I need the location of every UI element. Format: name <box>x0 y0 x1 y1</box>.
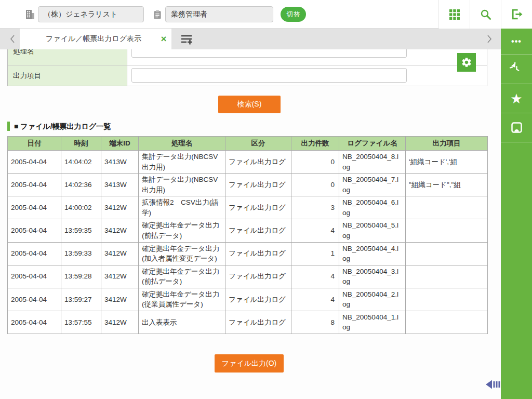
table-row[interactable]: 2005-04-04 14:04:02 3413W 集計データ出力(NBCSV出… <box>8 151 488 174</box>
cell-count: 0 <box>291 151 339 174</box>
col-header-time: 時刻 <box>61 137 101 151</box>
cell-items <box>406 288 488 311</box>
output-items-label: 出力項目 <box>13 71 41 81</box>
role-field[interactable] <box>165 6 273 22</box>
cell-logfile: NB_20050404_6.log <box>339 196 406 219</box>
table-row[interactable]: 2005-04-04 13:59:28 3412W 確定拠出年金データ出力(前払… <box>8 265 488 288</box>
logout-button[interactable] <box>501 0 532 29</box>
settings-gear-icon <box>461 57 472 68</box>
cell-logfile: NB_20050404_3.log <box>339 265 406 288</box>
switch-button[interactable]: 切替 <box>281 7 306 22</box>
cell-time: 13:59:28 <box>61 265 101 288</box>
add-tab-button[interactable] <box>176 29 197 49</box>
cell-items: '組織コード','組 <box>406 151 488 174</box>
memo-icon <box>510 121 524 135</box>
cell-process: 確定拠出年金データ出力(加入者属性変更データ) <box>139 242 225 265</box>
process-name-input[interactable] <box>131 49 407 58</box>
more-menu-button[interactable]: ••• <box>501 29 532 55</box>
cell-category: ファイル出力ログ <box>225 242 291 265</box>
clipboard-icon <box>152 8 163 21</box>
tabs-scroll-right-button[interactable] <box>482 29 497 49</box>
col-header-log-file-name: ログファイル名 <box>339 137 406 151</box>
log-list-title: ■ ファイル/帳票出力ログ一覧 <box>7 122 111 131</box>
col-header-output-count: 出力件数 <box>291 137 339 151</box>
search-form: 処理名 出力項目 <box>7 49 487 86</box>
cell-count: 3 <box>291 196 339 219</box>
table-row[interactable]: 2005-04-04 13:57:55 3412W 出入表表示 ファイル出力ログ… <box>8 311 488 334</box>
history-icon <box>510 62 524 76</box>
col-header-date: 日付 <box>8 137 61 151</box>
table-row[interactable]: 2005-04-04 13:59:35 3412W 確定拠出年金データ出力(前払… <box>8 219 488 242</box>
cell-items <box>406 242 488 265</box>
tab-file-log-display[interactable]: ファイル／帳票出力ログ表示 × <box>20 29 171 49</box>
cell-items <box>406 196 488 219</box>
cell-logfile: NB_20050404_7.log <box>339 174 406 196</box>
cell-time: 13:57:55 <box>61 311 101 334</box>
company-field[interactable] <box>38 6 144 22</box>
cell-count: 0 <box>291 174 339 196</box>
chevron-right-icon <box>486 34 493 44</box>
cell-terminal: 3412W <box>101 311 139 334</box>
cell-category: ファイル出力ログ <box>225 196 291 219</box>
cell-category: ファイル出力ログ <box>225 174 291 196</box>
cell-category: ファイル出力ログ <box>225 288 291 311</box>
output-items-input[interactable] <box>131 68 407 83</box>
search-submit-button[interactable]: 検索(S) <box>218 96 281 113</box>
cell-logfile: NB_20050404_1.log <box>339 311 406 334</box>
memo-button[interactable] <box>501 113 532 142</box>
cell-terminal: 3413W <box>101 174 139 196</box>
collapse-sidebar-button[interactable] <box>485 378 501 391</box>
cell-count: 4 <box>291 288 339 311</box>
table-row[interactable]: 2005-04-04 14:00:02 3412W 拡張情報2 CSV出力(語学… <box>8 196 488 219</box>
table-row[interactable]: 2005-04-04 13:59:33 3412W 確定拠出年金データ出力(加入… <box>8 242 488 265</box>
col-header-output-items: 出力項目 <box>406 137 488 151</box>
cell-category: ファイル出力ログ <box>225 265 291 288</box>
favorites-button[interactable]: ★ <box>501 84 532 113</box>
cell-logfile: NB_20050404_8.log <box>339 151 406 174</box>
cell-terminal: 3412W <box>101 288 139 311</box>
cell-process: 集計データ出力(NBCSV出力用) <box>139 174 225 196</box>
search-button[interactable] <box>470 0 501 29</box>
apps-grid-button[interactable] <box>438 0 470 29</box>
cell-process: 出入表表示 <box>139 311 225 334</box>
cell-logfile: NB_20050404_2.log <box>339 288 406 311</box>
right-sidebar: ••• ★ <box>501 29 532 399</box>
table-row[interactable]: 2005-04-04 13:59:27 3412W 確定拠出年金データ出力(従業… <box>8 288 488 311</box>
cell-date: 2005-04-04 <box>8 196 61 219</box>
cell-date: 2005-04-04 <box>8 242 61 265</box>
cell-logfile: NB_20050404_5.log <box>339 219 406 242</box>
building-icon <box>24 8 36 21</box>
settings-button[interactable] <box>457 53 476 72</box>
cell-process: 集計データ出力(NBCSV出力用) <box>139 151 225 174</box>
tab-close-icon[interactable]: × <box>156 33 171 45</box>
file-output-button[interactable]: ファイル出力(O) <box>215 354 284 373</box>
header-tools <box>438 0 532 29</box>
more-icon: ••• <box>511 37 522 46</box>
form-row-output-items: 出力項目 <box>8 65 487 86</box>
apps-grid-icon <box>448 8 461 21</box>
process-name-label-cell: 処理名 <box>8 49 127 65</box>
cell-date: 2005-04-04 <box>8 151 61 174</box>
cell-category: ファイル出力ログ <box>225 311 291 334</box>
output-items-input-cell <box>127 65 487 86</box>
process-name-label: 処理名 <box>13 49 34 56</box>
col-header-terminal-id: 端末ID <box>101 137 139 151</box>
add-tab-icon <box>180 32 193 46</box>
history-button[interactable] <box>501 55 532 84</box>
sidebar-spacer <box>501 142 532 142</box>
chevron-left-icon <box>9 34 16 44</box>
tabs-scroll-left-button[interactable] <box>5 29 20 49</box>
cell-count: 4 <box>291 265 339 288</box>
output-items-label-cell: 出力項目 <box>8 65 127 86</box>
log-table: 日付 時刻 端末ID 処理名 区分 出力件数 ログファイル名 出力項目 2005… <box>7 136 488 334</box>
cell-process: 確定拠出年金データ出力(従業員属性データ) <box>139 288 225 311</box>
cell-terminal: 3413W <box>101 151 139 174</box>
table-row[interactable]: 2005-04-04 14:02:36 3413W 集計データ出力(NBCSV出… <box>8 174 488 196</box>
cell-items <box>406 219 488 242</box>
col-header-process-name: 処理名 <box>139 137 225 151</box>
cell-time: 13:59:35 <box>61 219 101 242</box>
cell-items: "組織コード","組 <box>406 174 488 196</box>
cell-count: 1 <box>291 242 339 265</box>
app-header: 切替 <box>0 0 532 29</box>
cell-terminal: 3412W <box>101 196 139 219</box>
